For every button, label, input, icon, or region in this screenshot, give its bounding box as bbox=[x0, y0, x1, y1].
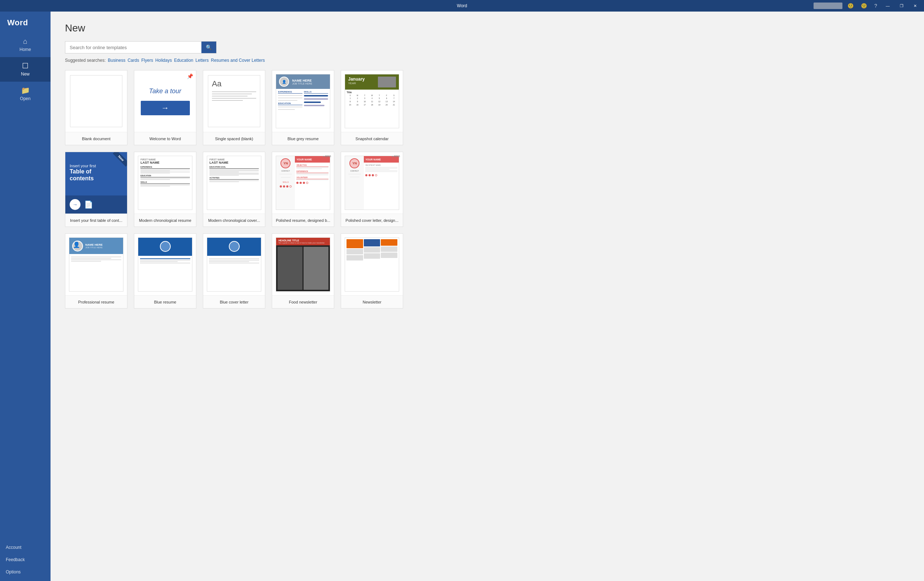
template-polished-cover[interactable]: YN CONTACT YOUR NAME RECIPIENT NAME bbox=[341, 152, 403, 227]
search-button[interactable]: 🔍 bbox=[201, 41, 216, 53]
template-snapshot-calendar[interactable]: January YEAR Title S M T W bbox=[341, 70, 403, 145]
pol-b-dot-3 bbox=[303, 182, 305, 184]
pol-cover-recipient: RECIPIENT NAME bbox=[365, 164, 398, 166]
edu-title: EDUCATION bbox=[278, 102, 302, 105]
pol-c-dot-4 bbox=[375, 174, 377, 176]
cal-cell-6: 6 bbox=[383, 97, 390, 100]
pol-exp-title: EXPERIENCE bbox=[296, 170, 328, 173]
template-food-newsletter[interactable]: HEADLINE TITLE Not a guide to what to ea… bbox=[272, 233, 334, 309]
prof-body bbox=[69, 254, 123, 291]
sidebar-account[interactable]: Account bbox=[0, 541, 51, 553]
maximize-button[interactable]: ❐ bbox=[896, 0, 907, 12]
mc-line-2 bbox=[210, 170, 259, 171]
suggested-business[interactable]: Business bbox=[108, 58, 125, 63]
mc-line-3 bbox=[210, 172, 239, 172]
search-bar: 🔍 bbox=[65, 41, 216, 53]
skill-bar-4 bbox=[304, 105, 325, 106]
template-welcome[interactable]: Take a tour → 📌 Welcome to Word bbox=[134, 70, 196, 145]
pol-exp-line-2 bbox=[296, 174, 328, 175]
toc-arrow-circle: → bbox=[70, 199, 81, 210]
exp-title: EXPERIENCE bbox=[278, 91, 302, 94]
orange-thumb bbox=[345, 237, 399, 291]
blue-body bbox=[138, 256, 192, 291]
pol-contact-line-2 bbox=[281, 177, 290, 178]
suggested-resumes[interactable]: Resumes and Cover Letters bbox=[211, 58, 264, 63]
blue-c-line-3 bbox=[209, 261, 249, 262]
template-label-blue-resume: Blue resume bbox=[134, 295, 196, 308]
emoji-smile-icon[interactable]: 🙂 bbox=[845, 3, 856, 9]
pol-dot-1 bbox=[280, 185, 282, 187]
template-blue-grey-resume[interactable]: 👤 NAME HERE JOB TITLE HERE EXPERIENCE bbox=[272, 70, 334, 145]
search-input[interactable] bbox=[65, 42, 201, 53]
welcome-thumb: Take a tour → bbox=[134, 70, 196, 132]
template-thumb-calendar: January YEAR Title S M T W bbox=[341, 70, 403, 132]
cal-cell-9: 9 bbox=[354, 100, 361, 103]
sidebar-item-home[interactable]: ⌂ Home bbox=[0, 33, 51, 57]
mr-line-1 bbox=[140, 169, 190, 170]
template-single-spaced[interactable]: Aa Single spaced (blank) bbox=[203, 70, 265, 145]
food-subheadline: Not a guide to what to eat or how to mak… bbox=[278, 242, 328, 244]
welcome-text: Take a tour bbox=[149, 88, 181, 95]
cal-cell-19: 19 bbox=[376, 103, 383, 106]
blue-cover-body bbox=[207, 256, 261, 291]
mr-lastname: LAST NAME bbox=[140, 161, 190, 164]
suggested-flyers[interactable]: Flyers bbox=[141, 58, 153, 63]
template-orange-newsletter[interactable]: Newsletter bbox=[341, 233, 403, 309]
orange-block-5 bbox=[364, 247, 380, 253]
template-label-prof-resume: Professional resume bbox=[65, 295, 127, 308]
template-polished-resume[interactable]: YN CONTACT SKILLS bbox=[272, 152, 334, 227]
sidebar-options[interactable]: Options bbox=[0, 566, 51, 578]
template-professional-resume[interactable]: 👤 NAME HERE JOB TITLE HERE bbox=[65, 233, 127, 309]
blue-cover-avatar bbox=[229, 241, 240, 252]
food-body bbox=[276, 245, 330, 291]
mc-body-title: EDUCATION GOAL bbox=[210, 166, 259, 169]
cal-hdr-w: W bbox=[368, 94, 375, 96]
template-thumb-blue-resume bbox=[134, 234, 196, 295]
help-icon[interactable]: ? bbox=[872, 3, 879, 9]
cal-cell-16: 16 bbox=[354, 103, 361, 106]
suggested-cards[interactable]: Cards bbox=[127, 58, 139, 63]
template-label-blue-grey: Blue grey resume bbox=[272, 132, 334, 145]
template-blue-resume[interactable]: Blue resume bbox=[134, 233, 196, 309]
blue-cover-thumb bbox=[207, 237, 261, 291]
suggested-education[interactable]: Education bbox=[174, 58, 193, 63]
suggested-holidays[interactable]: Holidays bbox=[155, 58, 172, 63]
emoji-frown-icon[interactable]: 🙁 bbox=[859, 3, 869, 9]
suggested-label: Suggested searches: bbox=[65, 58, 106, 63]
pol-your-name: YOUR NAME bbox=[296, 158, 312, 161]
line-2 bbox=[212, 94, 252, 94]
prof-name-text: NAME HERE bbox=[85, 243, 102, 247]
folder-icon: 📁 bbox=[21, 87, 30, 94]
template-modern-chron-resume[interactable]: FIRST NAME LAST NAME EXPERIENCE EDUCATIO… bbox=[134, 152, 196, 227]
blue-name-line bbox=[140, 258, 190, 259]
cal-hdr-t2: T bbox=[376, 94, 383, 96]
sidebar-feedback[interactable]: Feedback bbox=[0, 553, 51, 566]
pol-dot-4 bbox=[289, 185, 292, 187]
pol-cover-body-1 bbox=[365, 167, 398, 168]
single-spaced-thumb: Aa bbox=[208, 75, 260, 127]
sidebar-item-new[interactable]: ☐ New bbox=[0, 57, 51, 82]
cal-grid: S M T W T F S 1 2 3 4 5 bbox=[346, 94, 398, 106]
template-label-welcome: Welcome to Word bbox=[134, 132, 196, 145]
suggested-letters[interactable]: Letters bbox=[196, 58, 209, 63]
calendar-body: Title S M T W T F S 1 2 3 bbox=[345, 89, 399, 128]
orange-block-8 bbox=[381, 247, 398, 252]
template-modern-chron-cover[interactable]: FIRST NAME LAST NAME EDUCATION GOAL bbox=[203, 152, 265, 227]
mc-act-line-2 bbox=[210, 181, 239, 182]
food-header: HEADLINE TITLE Not a guide to what to ea… bbox=[276, 238, 330, 245]
minimize-button[interactable]: — bbox=[882, 0, 893, 12]
template-toc[interactable]: Insert your first Table ofcontents → 📄 I… bbox=[65, 152, 127, 227]
pin-icon[interactable]: 📌 bbox=[187, 73, 193, 79]
home-icon: ⌂ bbox=[23, 38, 27, 45]
pol-cover-body-5 bbox=[365, 171, 398, 172]
template-blank[interactable]: Blank document bbox=[65, 70, 127, 145]
orange-block-6 bbox=[364, 253, 380, 259]
line-1 bbox=[212, 91, 256, 92]
template-blue-cover[interactable]: Blue cover letter bbox=[203, 233, 265, 309]
mr-section-skills: SKILLS bbox=[140, 181, 190, 187]
sidebar-item-open[interactable]: 📁 Open bbox=[0, 82, 51, 106]
pol-cover-body-2 bbox=[365, 168, 398, 169]
orange-block-4 bbox=[364, 239, 380, 247]
template-thumb-blue-grey: 👤 NAME HERE JOB TITLE HERE EXPERIENCE bbox=[272, 70, 334, 132]
close-button[interactable]: ✕ bbox=[910, 0, 921, 12]
